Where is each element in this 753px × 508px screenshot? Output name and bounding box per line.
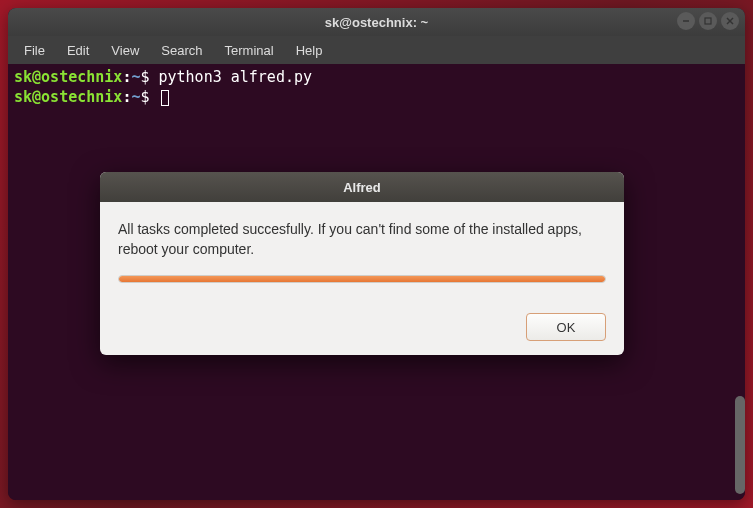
menu-view[interactable]: View [101,39,149,62]
menu-terminal[interactable]: Terminal [215,39,284,62]
window-controls [677,12,739,30]
minimize-icon[interactable] [677,12,695,30]
progress-bar [119,276,605,282]
window-title: sk@ostechnix: ~ [325,15,428,30]
prompt-dollar: $ [140,68,158,86]
terminal-line: sk@ostechnix:~$ [14,88,739,108]
alfred-dialog: Alfred All tasks completed succesfully. … [100,172,624,355]
dialog-body: All tasks completed succesfully. If you … [100,202,624,355]
close-icon[interactable] [721,12,739,30]
menu-edit[interactable]: Edit [57,39,99,62]
progress-track [118,275,606,283]
menu-file[interactable]: File [14,39,55,62]
prompt-dollar: $ [140,88,158,106]
terminal-line: sk@ostechnix:~$ python3 alfred.py [14,68,739,88]
maximize-icon[interactable] [699,12,717,30]
titlebar[interactable]: sk@ostechnix: ~ [8,8,745,36]
dialog-title-text: Alfred [343,180,381,195]
dialog-message: All tasks completed succesfully. If you … [118,220,606,259]
dialog-actions: OK [118,313,606,341]
ok-button[interactable]: OK [526,313,606,341]
menubar: File Edit View Search Terminal Help [8,36,745,64]
scrollbar[interactable] [735,396,745,494]
prompt-user: sk@ostechnix [14,88,122,106]
command-text: python3 alfred.py [159,68,313,86]
svg-rect-1 [705,18,711,24]
dialog-titlebar[interactable]: Alfred [100,172,624,202]
menu-search[interactable]: Search [151,39,212,62]
menu-help[interactable]: Help [286,39,333,62]
prompt-user: sk@ostechnix [14,68,122,86]
cursor-icon [161,90,169,106]
